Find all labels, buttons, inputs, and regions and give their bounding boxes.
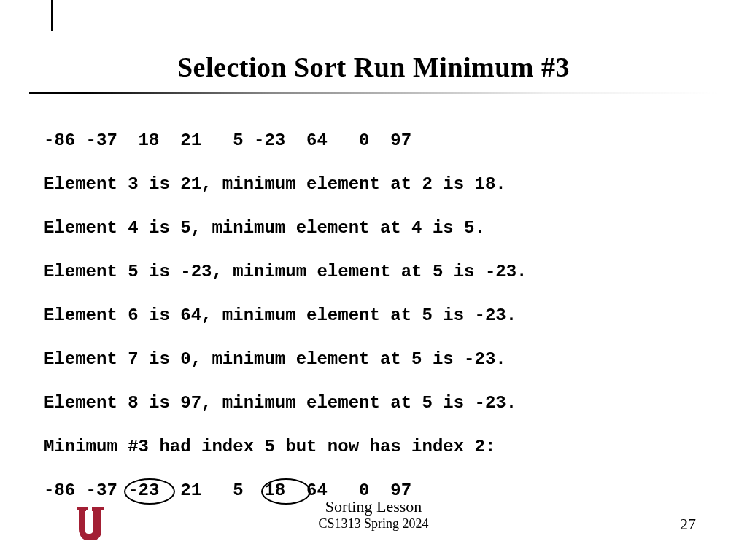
step-line: Element 8 is 97, minimum element at 5 is… (44, 392, 703, 414)
header: Selection Sort Run Minimum #3 (29, 29, 718, 96)
footer-center: Sorting Lesson CS1313 Spring 2024 (0, 497, 747, 532)
title-tick (51, 0, 53, 31)
step-line: Element 3 is 21, minimum element at 2 is… (44, 174, 703, 195)
slide-title: Selection Sort Run Minimum #3 (29, 51, 718, 83)
array-before: -86 -37 18 21 5 -23 64 0 97 (44, 130, 703, 152)
slide-body: -86 -37 18 21 5 -23 64 0 97 Element 3 is… (44, 108, 703, 545)
swap-line: Minimum #3 had index 5 but now has index… (44, 436, 703, 458)
step-line: Element 6 is 64, minimum element at 5 is… (44, 305, 703, 327)
gradient-rule (29, 92, 718, 94)
footer: Sorting Lesson CS1313 Spring 2024 27 (0, 497, 747, 541)
page-number: 27 (680, 515, 696, 534)
step-line: Element 4 is 5, minimum element at 4 is … (44, 217, 703, 239)
divider (29, 92, 718, 96)
slide: Selection Sort Run Minimum #3 -86 -37 18… (0, 0, 747, 560)
footer-course: CS1313 Spring 2024 (0, 516, 747, 532)
footer-lesson: Sorting Lesson (0, 497, 747, 516)
step-line: Element 7 is 0, minimum element at 5 is … (44, 349, 703, 370)
step-line: Element 5 is -23, minimum element at 5 i… (44, 261, 703, 283)
